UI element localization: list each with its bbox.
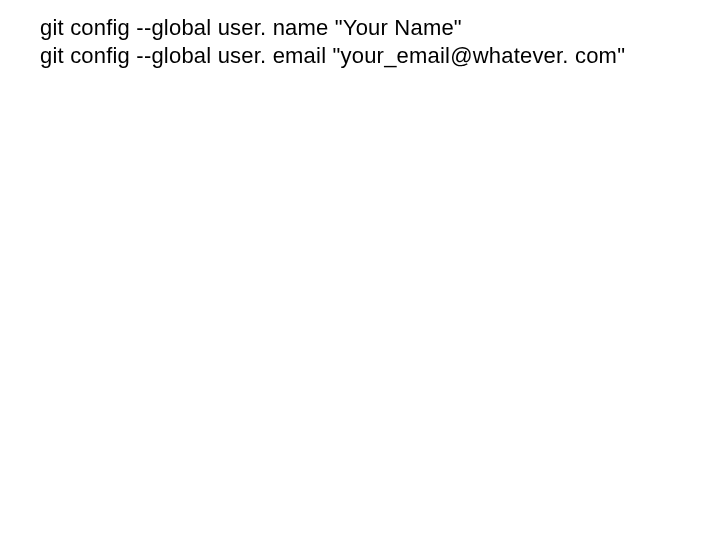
- slide-content: git config --global user. name "Your Nam…: [0, 0, 720, 83]
- code-line-2: git config --global user. email "your_em…: [40, 42, 680, 70]
- code-line-1: git config --global user. name "Your Nam…: [40, 14, 680, 42]
